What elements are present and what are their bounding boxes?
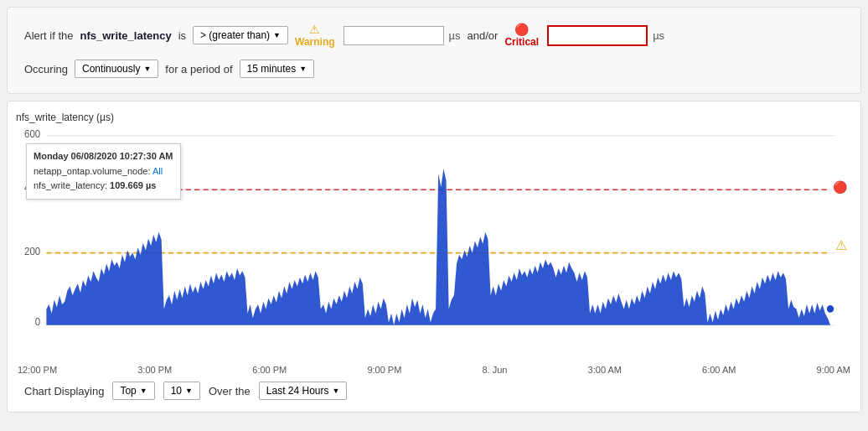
x-label-1: 3:00 PM: [137, 365, 172, 375]
critical-label: Critical: [504, 36, 539, 48]
x-label-4: 8. Jun: [483, 365, 508, 375]
critical-icon: 🔴: [514, 23, 529, 36]
is-label: is: [178, 29, 186, 42]
over-the-label: Over the: [209, 385, 251, 397]
mode-dropdown[interactable]: Continuously: [75, 60, 158, 78]
occurring-label: Occuring: [24, 63, 68, 75]
warning-unit: µs: [449, 29, 461, 42]
x-label-5: 3:00 AM: [588, 365, 622, 375]
top-dropdown[interactable]: Top: [112, 382, 154, 400]
svg-point-10: [826, 304, 834, 314]
critical-value-input[interactable]: 400: [547, 25, 648, 46]
x-label-6: 6:00 AM: [702, 365, 736, 375]
andor-label: and/or: [468, 29, 499, 42]
chart-displaying-label: Chart Displaying: [24, 385, 104, 397]
x-label-0: 12:00 PM: [18, 365, 57, 375]
x-label-2: 6:00 PM: [252, 365, 287, 375]
svg-text:200: 200: [24, 246, 41, 257]
critical-section: 🔴 Critical 400 µs: [504, 23, 664, 48]
alert-prefix: Alert if the: [24, 29, 74, 42]
for-period-label: for a period of: [165, 63, 232, 75]
warning-label: Warning: [295, 36, 335, 48]
x-label-7: 9:00 AM: [817, 365, 850, 375]
alert-config-panel: Alert if the nfs_write_latency is > (gre…: [7, 7, 861, 94]
occurring-row: Occuring Continuously for a period of 15…: [24, 60, 844, 78]
metric-name: nfs_write_latency: [80, 29, 172, 42]
chart-area: Monday 06/08/2020 10:27:30 AM netapp_ont…: [16, 128, 852, 363]
chart-title: nfs_write_latency (µs): [16, 112, 852, 123]
chart-critical-icon: 🔴: [833, 180, 847, 194]
condition-dropdown[interactable]: > (greater than): [193, 26, 288, 44]
tooltip-metric: nfs_write_latency: 109.669 µs: [34, 179, 173, 194]
svg-text:600: 600: [24, 128, 41, 139]
period-dropdown[interactable]: 15 minutes: [240, 60, 315, 78]
x-axis-labels: 12:00 PM 3:00 PM 6:00 PM 9:00 PM 8. Jun …: [16, 365, 852, 375]
critical-label-group: 🔴 Critical: [504, 23, 539, 48]
x-label-3: 9:00 PM: [367, 365, 401, 375]
svg-text:0: 0: [35, 316, 41, 327]
chart-tooltip: Monday 06/08/2020 10:27:30 AM netapp_ont…: [26, 143, 181, 200]
critical-unit: µs: [653, 29, 664, 42]
count-dropdown[interactable]: 10: [163, 382, 200, 400]
alert-row: Alert if the nfs_write_latency is > (gre…: [24, 23, 844, 48]
chart-panel: nfs_write_latency (µs) Monday 06/08/2020…: [7, 101, 861, 413]
warning-label-group: ⚠ Warning: [295, 23, 335, 48]
tooltip-date: Monday 06/08/2020 10:27:30 AM: [34, 149, 173, 164]
warning-value-input[interactable]: 200: [344, 26, 444, 45]
period-dropdown-bottom[interactable]: Last 24 Hours: [259, 382, 348, 400]
tooltip-node: netapp_ontap.volume_node: All: [34, 164, 173, 179]
warning-icon: ⚠: [309, 23, 320, 36]
warning-section: ⚠ Warning 200 µs: [295, 23, 461, 48]
chart-warning-icon: ⚠: [835, 237, 847, 253]
bottom-bar: Chart Displaying Top 10 Over the Last 24…: [16, 375, 852, 403]
